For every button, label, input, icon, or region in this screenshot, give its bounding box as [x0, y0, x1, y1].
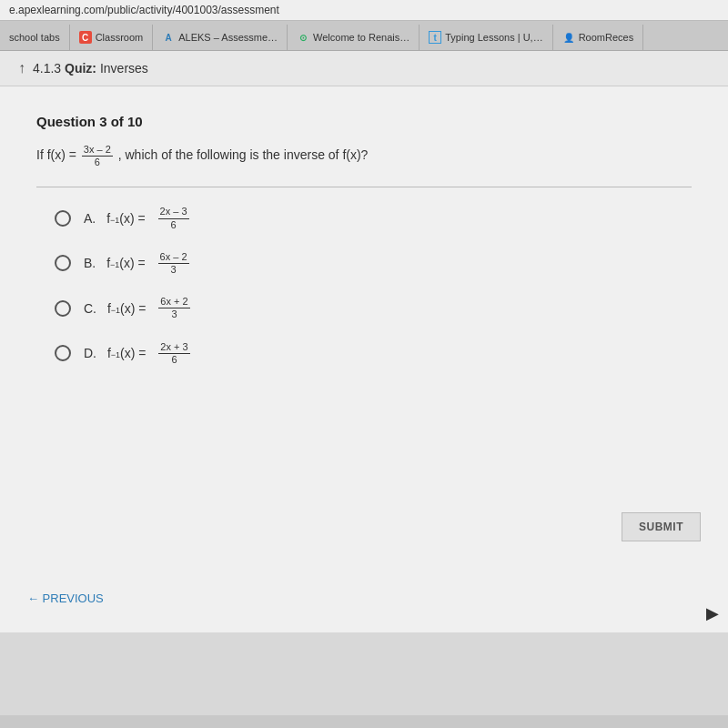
option-d-den: 6 [169, 354, 178, 366]
option-d-letter: D. [84, 346, 96, 360]
radio-c[interactable] [55, 300, 71, 317]
address-bar: e.apexlearning.com/public/activity/40010… [0, 0, 728, 21]
quiz-number: 4.1.3 [33, 61, 61, 76]
tab-school-tabs[interactable]: school tabs [0, 25, 70, 50]
question-frac-den: 6 [93, 157, 102, 168]
option-d-label: D. f−1(x) = 2x + 3 6 [84, 341, 266, 366]
option-b-label: B. f−1(x) = 6x – 2 3 [84, 251, 266, 276]
quiz-header-icon: ↑ [18, 60, 25, 76]
option-a-fraction: 2x – 3 6 [158, 206, 189, 230]
option-b-den: 3 [168, 264, 177, 276]
typing-label: Typing Lessons | U,… [445, 32, 542, 43]
option-b-num: 6x – 2 [158, 251, 189, 264]
option-a-label: A. f−1(x) = 2x – 3 6 [84, 206, 266, 230]
tab-aleks[interactable]: A ALEKS – Assessme… [153, 25, 288, 50]
previous-button[interactable]: ← PREVIOUS [27, 592, 104, 605]
quiz-header-text: 4.1.3 Quiz: Inverses [33, 61, 148, 76]
submit-btn-area: SUBMIT [622, 512, 701, 541]
option-a-den: 6 [168, 219, 177, 231]
aleks-icon: A [162, 31, 175, 44]
option-d-fraction: 2x + 3 6 [158, 341, 189, 366]
radio-b[interactable] [55, 255, 71, 271]
welcome-label: Welcome to Renais… [313, 32, 410, 43]
option-c-letter: C. [84, 301, 96, 316]
browser-tabs: school tabs C Classroom A ALEKS – Assess… [0, 21, 728, 50]
radio-d[interactable] [55, 345, 71, 361]
option-a-finv: f−1(x) = [106, 211, 146, 226]
address-text: e.apexlearning.com/public/activity/40010… [9, 4, 279, 16]
option-b-fraction: 6x – 2 3 [158, 251, 189, 276]
aleks-label: ALEKS – Assessme… [178, 32, 278, 43]
tab-welcome[interactable]: ⊙ Welcome to Renais… [288, 25, 420, 50]
option-c-den: 3 [169, 308, 178, 320]
option-a-letter: A. [84, 211, 96, 226]
quiz-label: Quiz: [65, 61, 100, 76]
option-a[interactable]: A. f−1(x) = 2x – 3 6 [55, 206, 692, 230]
classroom-label: Classroom [96, 32, 144, 43]
option-a-num: 2x – 3 [158, 206, 189, 218]
tab-room[interactable]: 👤 RoomReces [553, 25, 644, 50]
question-suffix: , which of the following is the inverse … [118, 147, 369, 162]
option-b[interactable]: B. f−1(x) = 6x – 2 3 [55, 251, 692, 276]
radio-a[interactable] [55, 210, 71, 227]
question-prefix: If f(x) = [36, 147, 80, 162]
mouse-cursor: ▶ [706, 603, 719, 623]
question-fraction: 3x – 2 6 [82, 144, 113, 168]
browser-chrome: e.apexlearning.com/public/activity/40010… [0, 0, 728, 51]
submit-button[interactable]: SUBMIT [622, 512, 701, 541]
option-d-num: 2x + 3 [158, 341, 189, 354]
page-wrapper: ↑ 4.1.3 Quiz: Inverses Question 3 of 10 … [0, 51, 728, 715]
option-c[interactable]: C. f−1(x) = 6x + 2 3 [55, 296, 692, 320]
option-c-num: 6x + 2 [158, 296, 189, 308]
question-header: Question 3 of 10 [36, 114, 692, 129]
welcome-icon: ⊙ [297, 31, 309, 44]
classroom-icon: C [79, 31, 92, 44]
quiz-title: Inverses [100, 61, 148, 76]
option-c-finv: f−1(x) = [107, 301, 147, 316]
option-c-label: C. f−1(x) = 6x + 2 3 [84, 296, 266, 320]
question-frac-num: 3x – 2 [82, 144, 113, 157]
question-text: If f(x) = 3x – 2 6 , which of the follow… [36, 144, 692, 168]
tab-typing[interactable]: t Typing Lessons | U,… [420, 25, 552, 50]
question-divider [36, 187, 692, 187]
main-content: Question 3 of 10 If f(x) = 3x – 2 6 , wh… [0, 86, 728, 632]
option-d[interactable]: D. f−1(x) = 2x + 3 6 [55, 341, 692, 366]
option-c-fraction: 6x + 2 3 [158, 296, 189, 320]
typing-icon: t [429, 31, 441, 44]
school-tabs-label: school tabs [9, 32, 60, 43]
tab-classroom[interactable]: C Classroom [70, 25, 154, 50]
option-b-finv: f−1(x) = [106, 256, 146, 270]
quiz-header-bar: ↑ 4.1.3 Quiz: Inverses [0, 51, 728, 86]
answer-choices: A. f−1(x) = 2x – 3 6 B. f−1(x) = [55, 206, 692, 366]
option-b-letter: B. [84, 256, 96, 270]
room-label: RoomReces [579, 32, 634, 43]
option-d-finv: f−1(x) = [107, 346, 147, 360]
prev-btn-area: ← PREVIOUS [27, 592, 104, 605]
room-icon: 👤 [562, 31, 575, 44]
